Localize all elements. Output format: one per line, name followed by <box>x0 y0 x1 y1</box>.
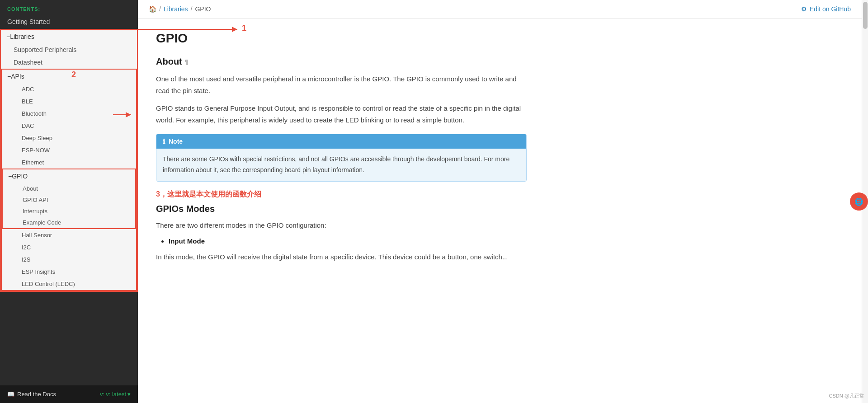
note-header-text: Note <box>169 138 183 145</box>
api-items-list: ADCBLEBluetoothDACDeep SleepESP-NOWEther… <box>2 83 136 169</box>
sidebar-item-hall-sensor[interactable]: Hall Sensor <box>2 229 136 241</box>
gpio-label: GPIO <box>12 173 28 180</box>
sidebar-gpio-sub-about[interactable]: About <box>3 183 135 194</box>
sidebar-libraries-section: − Libraries Supported Peripherals Datash… <box>0 29 138 292</box>
sidebar-item-getting-started[interactable]: Getting Started <box>0 14 138 29</box>
content-header: 🏠 / Libraries / GPIO ⚙ Edit on GitHub <box>138 0 862 19</box>
breadcrumb-home[interactable]: 🏠 <box>149 5 156 13</box>
sidebar-item-deep-sleep[interactable]: Deep Sleep <box>2 132 136 144</box>
sidebar-item-supported-peripherals[interactable]: Supported Peripherals <box>1 43 137 56</box>
rtd-version-dropdown-icon[interactable]: ▾ <box>127 391 131 398</box>
note-icon: ℹ <box>163 138 165 145</box>
sidebar-gpio-header[interactable]: − GPIO <box>3 169 135 183</box>
csdn-watermark: CSDN @凡正常 <box>829 393 864 399</box>
rtd-float-button[interactable]: 🌐 <box>850 192 868 211</box>
breadcrumb: 🏠 / Libraries / GPIO <box>149 5 211 13</box>
breadcrumb-sep2: / <box>191 5 193 13</box>
breadcrumb-libraries[interactable]: Libraries <box>164 5 188 13</box>
sidebar-apis-section: − APIs ADCBLEBluetoothDACDeep SleepESP-N… <box>1 69 137 291</box>
about-heading: About ¶ <box>156 56 527 67</box>
sidebar-apis-header[interactable]: − APIs <box>2 70 136 83</box>
github-icon: ⚙ <box>801 5 807 13</box>
sidebar-nav: CONTENTS: Getting Started − Libraries Su… <box>0 0 138 385</box>
rtd-version-label: v: <box>100 391 104 398</box>
rtd-version[interactable]: v: v: latest ▾ <box>100 391 131 398</box>
apis-toggle-icon: − <box>7 73 11 80</box>
post-gpio-items-list: Hall SensorI2CI2SESP InsightsLED Control… <box>2 229 136 290</box>
gpio-sub-items-list: AboutGPIO APIInterruptsExample Code <box>3 183 135 228</box>
edit-github-text: Edit on GitHub <box>810 5 851 13</box>
about-anchor-icon[interactable]: ¶ <box>185 58 189 66</box>
sidebar-gpio-sub-gpio-api[interactable]: GPIO API <box>3 194 135 206</box>
sidebar-item-led-control-ledc-[interactable]: LED Control (LEDC) <box>2 278 136 290</box>
about-para1: One of the most used and versatile perip… <box>156 73 527 96</box>
sidebar: CONTENTS: Getting Started − Libraries Su… <box>0 0 138 403</box>
about-heading-text: About <box>156 56 182 67</box>
sidebar-item-i2c[interactable]: I2C <box>2 241 136 253</box>
sidebar-item-ble[interactable]: BLE <box>2 95 136 108</box>
sidebar-item-bluetooth[interactable]: Bluetooth <box>2 108 136 120</box>
about-para2: GPIO stands to General Purpose Input Out… <box>156 103 527 126</box>
gpio-toggle-icon: − <box>8 173 12 180</box>
sidebar-item-datasheet[interactable]: Datasheet <box>1 56 137 69</box>
sidebar-gpio-sub-example-code[interactable]: Example Code <box>3 217 135 228</box>
libraries-toggle-icon: − <box>6 33 10 40</box>
sidebar-item-ethernet[interactable]: Ethernet <box>2 156 136 169</box>
scrollbar-thumb <box>863 2 868 29</box>
breadcrumb-current: GPIO <box>195 5 211 13</box>
mode-item-input: Input Mode <box>169 237 527 245</box>
rtd-float-icon: 🌐 <box>854 197 863 206</box>
page-title: GPIO <box>156 31 527 46</box>
sidebar-gpio-section: − GPIO AboutGPIO APIInterruptsExample Co… <box>2 169 136 229</box>
contents-label: CONTENTS: <box>0 0 138 14</box>
modes-list: Input Mode <box>169 237 527 245</box>
content-body: GPIO About ¶ One of the most used and ve… <box>138 19 545 282</box>
note-header: ℹ Note <box>156 134 526 149</box>
note-box: ℹ Note There are some GPIOs with special… <box>156 134 527 182</box>
breadcrumb-sep1: / <box>159 5 161 13</box>
sidebar-gpio-sub-interrupts[interactable]: Interrupts <box>3 206 135 217</box>
sidebar-item-adc[interactable]: ADC <box>2 83 136 95</box>
sidebar-bottom-bar: 📖 Read the Docs v: v: latest ▾ <box>0 385 138 403</box>
sidebar-item-i2s[interactable]: I2S <box>2 253 136 266</box>
note-body: There are some GPIOs with special restri… <box>156 149 526 181</box>
sidebar-item-esp-insights[interactable]: ESP Insights <box>2 266 136 278</box>
rtd-label: 📖 Read the Docs <box>7 391 56 398</box>
sidebar-item-esp-now[interactable]: ESP-NOW <box>2 144 136 156</box>
rtd-version-value: v: latest <box>106 391 126 398</box>
sidebar-item-dac[interactable]: DAC <box>2 120 136 132</box>
apis-label: APIs <box>11 73 24 80</box>
annotation-chinese: 3，这里就是本文使用的函数介绍 <box>156 190 527 199</box>
rtd-book-icon: 📖 <box>7 391 14 398</box>
input-mode-desc: In this mode, the GPIO will receive the … <box>156 251 527 263</box>
gpios-modes-heading: GPIOs Modes <box>156 204 527 214</box>
main-content: 🏠 / Libraries / GPIO ⚙ Edit on GitHub GP… <box>138 0 862 403</box>
libraries-label: Libraries <box>10 33 34 40</box>
edit-github-link[interactable]: ⚙ Edit on GitHub <box>801 5 851 13</box>
mode-input-label: Input Mode <box>169 237 205 245</box>
gpios-modes-intro: There are two different modes in the GPI… <box>156 220 527 231</box>
sidebar-libraries-header[interactable]: − Libraries <box>1 30 137 43</box>
rtd-text: Read the Docs <box>17 391 56 398</box>
